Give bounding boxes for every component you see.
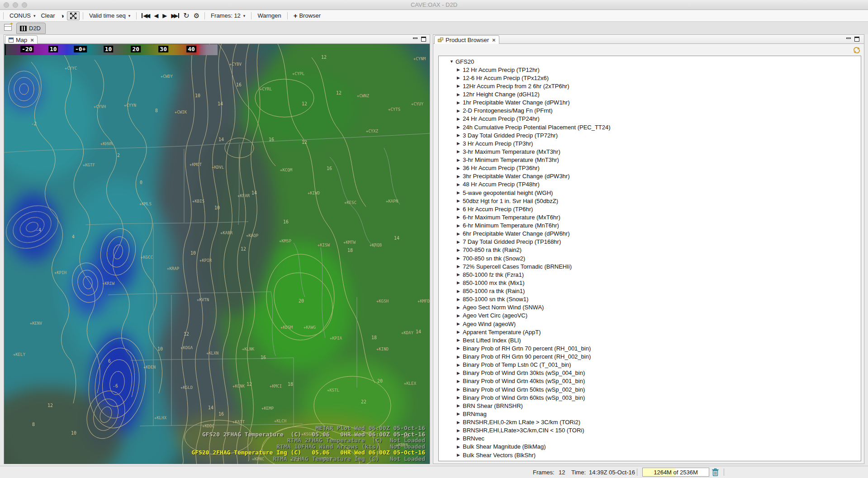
tree-collapsed-icon[interactable]: ▶ (457, 395, 463, 400)
memory-indicator[interactable]: 1264M of 2536M (642, 468, 709, 477)
step-forward-button[interactable]: ▶ (162, 12, 167, 19)
product-tree-item[interactable]: ▶Binary Prob of RH Grtn 90 percent (RH_0… (439, 353, 861, 361)
clear-button[interactable]: Clear (38, 11, 57, 20)
product-tree-item[interactable]: ▶850-1000 mx thk (Mix1) (439, 279, 861, 287)
product-tree-item[interactable]: ▶BRNSHR,EHI,LRate>3C/km,CIN < 150 (TORi) (439, 426, 861, 435)
product-tree-item[interactable]: ▶Bunkers Left-Moving Supercell (LM5) (439, 459, 861, 461)
product-tree-item[interactable]: ▶3-hr Maximum Temperature (MxT3hr) (439, 147, 861, 156)
product-tree-item[interactable]: ▶3 Day Total Gridded Precip (TP72hr) (439, 131, 861, 139)
tree-collapsed-icon[interactable]: ▶ (457, 182, 463, 187)
tab-product-browser[interactable]: Product Browser × (434, 35, 499, 44)
maximize-icon[interactable] (854, 37, 859, 42)
tree-collapsed-icon[interactable]: ▶ (457, 232, 463, 236)
tree-collapsed-icon[interactable]: ▶ (457, 190, 463, 195)
product-tree-item[interactable]: ▶1hr Precipitable Water Change (dPW1hr) (439, 99, 861, 107)
tree-collapsed-icon[interactable]: ▶ (457, 412, 463, 416)
product-tree-item[interactable]: ▶Bulk Shear Magnitude (BlkMag) (439, 443, 861, 451)
product-tree-item[interactable]: ▶6 Hr Accum Precip (TP6hr) (439, 205, 861, 213)
tree-collapsed-icon[interactable]: ▶ (457, 461, 463, 461)
tree-collapsed-icon[interactable]: ▶ (457, 297, 463, 302)
tree-collapsed-icon[interactable]: ▶ (457, 199, 463, 203)
warngen-button[interactable]: Warngen (255, 11, 284, 20)
tree-collapsed-icon[interactable]: ▶ (457, 379, 463, 383)
tree-collapsed-icon[interactable]: ▶ (457, 84, 463, 88)
tree-collapsed-icon[interactable]: ▶ (457, 158, 463, 162)
product-tree-item[interactable]: ▶Ageo Wind (ageoW) (439, 320, 861, 328)
product-tree-item[interactable]: ▶5-wave geopotential height (WGH) (439, 189, 861, 197)
tree-collapsed-icon[interactable]: ▶ (457, 403, 463, 408)
tree-collapsed-icon[interactable]: ▶ (457, 223, 463, 228)
tab-d2d[interactable]: D2D (16, 23, 46, 34)
product-tree-item[interactable]: ▶700-850 ra thk (Rain2) (439, 246, 861, 254)
product-tree-item[interactable]: ▶Binary Prob of Wind Grtn 30kts (wSp_004… (439, 369, 861, 377)
product-tree-item[interactable]: ▶BRN Shear (BRNSHR) (439, 402, 861, 410)
minimize-icon[interactable] (413, 38, 417, 39)
image-properties-button[interactable]: ◑ (58, 12, 67, 20)
product-tree-item[interactable]: ▶12-6 Hr Accum Precip (TPx12x6) (439, 74, 861, 82)
tree-collapsed-icon[interactable]: ▶ (457, 109, 463, 113)
tree-collapsed-icon[interactable]: ▶ (457, 428, 463, 433)
product-tree-item[interactable]: ▶Ageo Sect Norm Wind (SNWA) (439, 303, 861, 312)
product-tree-item[interactable]: ▶Ageo Vert Circ (ageoVC) (439, 312, 861, 320)
tab-map[interactable]: Map × (5, 35, 38, 44)
product-tree-item[interactable]: ▶BRNSHR,EHI,0-2km LRate > 3C/km (TORi2) (439, 418, 861, 426)
tree-collapsed-icon[interactable]: ▶ (457, 338, 463, 342)
tree-collapsed-icon[interactable]: ▶ (457, 240, 463, 244)
tree-collapsed-icon[interactable]: ▶ (457, 174, 463, 179)
tree-collapsed-icon[interactable]: ▶ (457, 256, 463, 260)
product-tree-item[interactable]: ▶Binary Prob of RH Grtn 70 percent (RH_0… (439, 344, 861, 352)
product-tree-item[interactable]: ▶700-850 sn thk (Snow2) (439, 254, 861, 262)
tree-collapsed-icon[interactable]: ▶ (457, 305, 463, 310)
loop-refresh-icon[interactable]: ↻ (183, 11, 189, 20)
map-canvas[interactable]: +CYYC+CWDY+CYVH+CYYN+CWIK+CYBV+CYRL+CYPL… (4, 44, 430, 464)
tree-collapsed-icon[interactable]: ▶ (457, 387, 463, 392)
tree-collapsed-icon[interactable]: ▶ (457, 133, 463, 137)
product-tree-item[interactable]: ▶3 Hr Accum Precip (TP3hr) (439, 139, 861, 147)
minimize-icon[interactable] (846, 38, 851, 39)
tree-collapsed-icon[interactable]: ▶ (457, 117, 463, 121)
refresh-products-icon[interactable] (853, 47, 861, 54)
tree-collapsed-icon[interactable]: ▶ (457, 207, 463, 211)
product-tree-item[interactable]: ▶24h Cumulative Precip Potential Placeme… (439, 123, 861, 131)
tree-collapsed-icon[interactable]: ▶ (457, 436, 463, 441)
product-tree-item[interactable]: ▶Binary Prob of Wind Grtn 50kts (wSp_002… (439, 385, 861, 393)
tree-collapsed-icon[interactable]: ▶ (457, 76, 463, 80)
product-tree-item[interactable]: ▶Binary Prob of Wind Grtn 60kts (wSp_003… (439, 393, 861, 402)
tree-collapsed-icon[interactable]: ▶ (457, 322, 463, 326)
tree-collapsed-icon[interactable]: ▶ (457, 92, 463, 97)
tree-collapsed-icon[interactable]: ▶ (457, 272, 463, 277)
product-tree-item[interactable]: ▶Bulk Shear Vectors (BlkShr) (439, 451, 861, 459)
tree-collapsed-icon[interactable]: ▶ (457, 67, 463, 72)
product-tree-item[interactable]: ▶6hr Precipitable Water Change (dPW6hr) (439, 230, 861, 238)
tree-collapsed-icon[interactable]: ▶ (457, 248, 463, 252)
product-tree-item[interactable]: ▶Binary Prob of Wind Grtn 40kts (wSp_001… (439, 377, 861, 385)
product-tree-item[interactable]: ▶7 Day Total Gridded Precip (TP168hr) (439, 238, 861, 246)
tree-collapsed-icon[interactable]: ▶ (457, 289, 463, 293)
product-tree-item[interactable]: ▶2-D Frontogenesis/Mag Fn (PFrnt) (439, 107, 861, 115)
product-tree-item[interactable]: ▶850-1000 fz thk (Fzra1) (439, 270, 861, 279)
product-tree-item[interactable]: ▶72% Supercell Cases Tornadic (BRNEHIi) (439, 262, 861, 270)
gear-icon[interactable]: ⚙ (194, 12, 199, 20)
product-tree-item[interactable]: ▶3hr Precipitable Water Change (dPW3hr) (439, 172, 861, 180)
tree-collapsed-icon[interactable]: ▶ (457, 215, 463, 219)
product-tree-item[interactable]: ▶50dbz Hgt for 1 in. Svr Hail (50dbzZ) (439, 197, 861, 205)
step-back-button[interactable]: ◀ (154, 12, 158, 19)
tree-collapsed-icon[interactable]: ▶ (457, 100, 463, 105)
product-tree-item[interactable]: ▶Binary Prob of Temp Lstn 0C (T_001_bin) (439, 361, 861, 369)
product-tree-item[interactable]: ▶48 Hr Accum Precip (TP48hr) (439, 180, 861, 189)
tree-collapsed-icon[interactable]: ▶ (457, 280, 463, 285)
tree-expanded-icon[interactable]: ▼ (450, 59, 455, 64)
map-legend[interactable]: METAR Plot Wed 06:00Z 05-Oct-16GFS20 2FH… (191, 425, 425, 462)
product-tree-item[interactable]: ▶12Hr Accum Precip from 2 6hr (2xTP6hr) (439, 82, 861, 90)
product-tree-item[interactable]: ▶6-hr Maximum Temperature (MxT6hr) (439, 213, 861, 221)
new-view-icon[interactable] (4, 24, 12, 31)
product-tree-item[interactable]: ▶3-hr Minimum Temperature (MnT3hr) (439, 156, 861, 164)
tree-collapsed-icon[interactable]: ▶ (457, 363, 463, 367)
valid-time-seq-menu[interactable]: Valid time seq ▾ (86, 11, 133, 20)
product-tree-item[interactable]: ▶BRNvec (439, 435, 861, 443)
tree-collapsed-icon[interactable]: ▶ (457, 264, 463, 269)
product-tree-item[interactable]: ▶850-1000 sn thk (Snow1) (439, 295, 861, 303)
browser-button[interactable]: + Browser (291, 11, 323, 20)
tree-collapsed-icon[interactable]: ▶ (457, 453, 463, 457)
product-tree-item[interactable]: ▶12 Hr Accum Precip (TP12hr) (439, 66, 861, 74)
